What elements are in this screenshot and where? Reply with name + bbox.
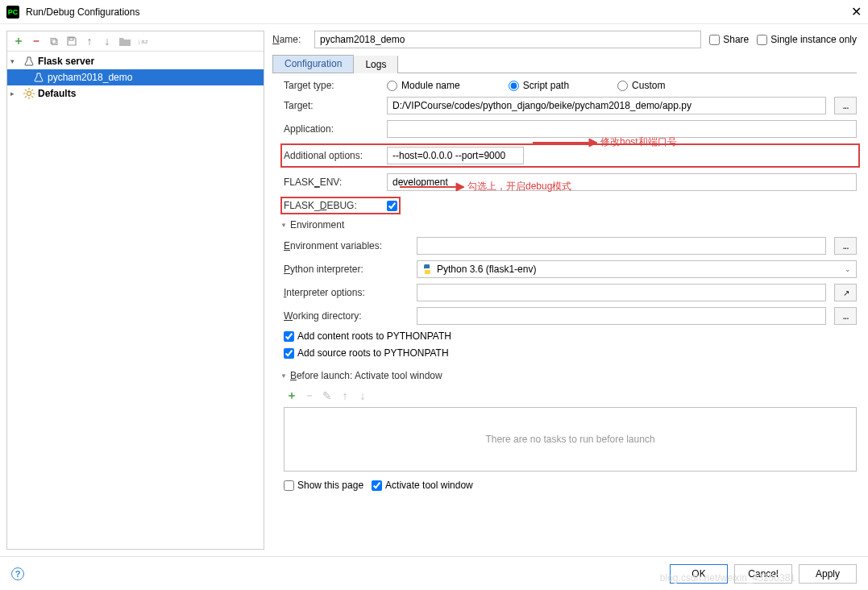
add-content-roots-checkbox[interactable]: Add content roots to PYTHONPATH — [284, 330, 451, 342]
collapse-icon: ▼ — [280, 222, 287, 229]
additional-options-label: Additional options: — [284, 150, 379, 161]
collapse-icon[interactable]: ▾ — [10, 57, 20, 65]
tab-logs[interactable]: Logs — [353, 56, 398, 73]
before-launch-toolbar: ＋ － ✎ ↑ ↓ — [284, 388, 857, 407]
pycharm-app-icon: PC — [6, 6, 19, 19]
tree-node-config[interactable]: pycham2018_demo — [7, 69, 264, 85]
ok-button[interactable]: OK — [670, 564, 728, 584]
env-vars-label: Environment variables: — [284, 240, 409, 251]
svg-marker-12 — [456, 183, 464, 191]
python-icon — [422, 264, 432, 274]
dialog-footer: ? blog.csdn.net/weixin_43250381 OK Cance… — [0, 556, 868, 590]
annotation-debug-mode: 勾选上，开启debug模式 — [400, 180, 571, 193]
configurations-tree-panel: ＋ － ⧉ ↑ ↓ ↓az ▾ Flask server — [6, 31, 264, 550]
config-tree: ▾ Flask server pycham2018_demo ▸ Default… — [7, 52, 264, 549]
svg-line-5 — [25, 89, 27, 91]
flask-debug-checkbox[interactable] — [387, 201, 397, 211]
svg-line-7 — [25, 96, 27, 98]
target-input[interactable] — [387, 97, 826, 114]
flask-debug-label: FLASK_DEBUG: — [284, 200, 379, 211]
env-vars-input[interactable] — [417, 237, 826, 255]
workdir-label: Working directory: — [284, 310, 409, 322]
svg-point-0 — [27, 92, 31, 96]
python-interpreter-combo[interactable]: Python 3.6 (flask1-env) ⌄ — [417, 260, 857, 278]
sort-icon[interactable]: ↓az — [136, 35, 149, 48]
save-config-icon[interactable] — [65, 35, 78, 48]
show-this-page-checkbox[interactable]: Show this page — [284, 480, 363, 491]
highlight-flask-debug: FLASK_DEBUG: — [280, 197, 401, 214]
config-form: Name: Share Single instance only Configu… — [271, 24, 868, 556]
application-label: Application: — [284, 123, 379, 135]
window-title: Run/Debug Configurations — [26, 6, 851, 18]
tree-label: Flask server — [38, 56, 94, 67]
add-config-icon[interactable]: ＋ — [12, 35, 25, 48]
tab-bar: Configuration Logs — [272, 55, 857, 73]
py-interp-label: Python interpreter: — [284, 264, 409, 275]
browse-env-vars-button[interactable]: ... — [834, 237, 857, 255]
chevron-down-icon: ⌄ — [845, 265, 851, 273]
edit-task-icon: ✎ — [321, 389, 334, 402]
move-task-up-icon: ↑ — [338, 389, 351, 402]
close-icon[interactable]: ✕ — [851, 4, 862, 19]
additional-options-input[interactable] — [387, 147, 524, 164]
apply-button[interactable]: Apply — [799, 564, 857, 584]
move-up-icon[interactable]: ↑ — [83, 35, 96, 48]
no-tasks-text: There are no tasks to run before launch — [485, 434, 654, 445]
target-label: Target: — [284, 100, 379, 111]
share-checkbox[interactable]: Share — [709, 34, 749, 45]
interp-opts-input[interactable] — [417, 284, 826, 301]
radio-module-name[interactable]: Module name — [387, 80, 460, 91]
flask-env-label: FLASK_ENV: — [284, 177, 379, 188]
remove-config-icon[interactable]: － — [30, 35, 43, 48]
name-input[interactable] — [314, 31, 701, 48]
workdir-input[interactable] — [417, 307, 826, 325]
interp-opts-label: Interpreter options: — [284, 287, 409, 298]
remove-task-icon: － — [303, 389, 316, 402]
cancel-button[interactable]: Cancel — [734, 564, 792, 584]
activate-tool-window-checkbox[interactable]: Activate tool window — [372, 480, 473, 491]
expand-icon[interactable]: ▸ — [10, 89, 20, 98]
target-type-label: Target type: — [284, 80, 379, 91]
expand-interp-opts-button[interactable]: ↗ — [834, 284, 857, 301]
help-icon[interactable]: ? — [11, 567, 24, 580]
before-launch-section-header[interactable]: ▼ Before launch: Activate tool window — [280, 370, 857, 381]
folder-icon[interactable] — [118, 35, 131, 48]
svg-line-6 — [31, 96, 33, 98]
name-label: Name: — [272, 34, 306, 45]
move-task-down-icon: ↓ — [356, 389, 369, 402]
collapse-icon: ▼ — [280, 372, 287, 380]
move-down-icon[interactable]: ↓ — [101, 35, 114, 48]
add-task-icon[interactable]: ＋ — [285, 389, 298, 402]
tree-node-flask-server[interactable]: ▾ Flask server — [7, 53, 264, 69]
tree-node-defaults[interactable]: ▸ Defaults — [7, 85, 264, 102]
tree-label: Defaults — [38, 88, 76, 99]
single-instance-checkbox[interactable]: Single instance only — [757, 34, 857, 45]
radio-script-path[interactable]: Script path — [509, 80, 569, 91]
copy-config-icon[interactable]: ⧉ — [48, 35, 60, 48]
browse-target-button[interactable]: ... — [834, 97, 857, 114]
browse-workdir-button[interactable]: ... — [834, 307, 857, 325]
tree-label: pycham2018_demo — [48, 72, 132, 83]
add-source-roots-checkbox[interactable]: Add source roots to PYTHONPATH — [284, 347, 449, 359]
radio-custom[interactable]: Custom — [617, 80, 665, 91]
annotation-host-port: 修改host和端口号 — [533, 135, 677, 149]
tree-toolbar: ＋ － ⧉ ↑ ↓ ↓az — [7, 31, 264, 52]
svg-line-8 — [31, 89, 33, 91]
svg-marker-10 — [589, 139, 597, 147]
tab-configuration[interactable]: Configuration — [272, 55, 354, 73]
before-launch-tasks-list: There are no tasks to run before launch — [284, 407, 857, 472]
gear-icon — [23, 88, 35, 99]
environment-section-header[interactable]: ▼ Environment — [280, 219, 857, 231]
flask-icon — [33, 73, 44, 82]
flask-icon — [23, 56, 35, 66]
